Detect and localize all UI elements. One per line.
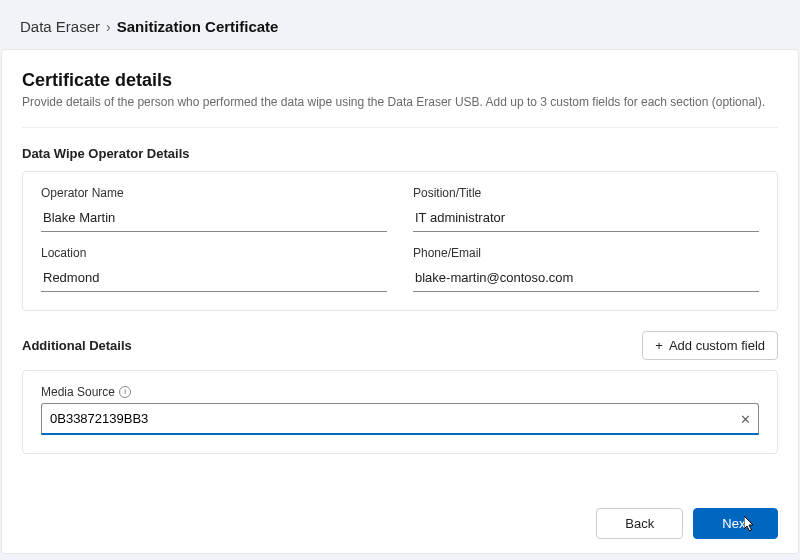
back-button[interactable]: Back: [596, 508, 683, 539]
next-button[interactable]: Next: [693, 508, 778, 539]
chevron-right-icon: ›: [106, 19, 111, 35]
operator-group-label: Data Wipe Operator Details: [22, 146, 778, 161]
media-source-label-row: Media Source i: [41, 385, 759, 399]
additional-panel: Media Source i ✕: [22, 370, 778, 454]
operator-panel: Operator Name Position/Title Location Ph…: [22, 171, 778, 311]
breadcrumb-root[interactable]: Data Eraser: [20, 18, 100, 35]
position-input[interactable]: [413, 204, 759, 232]
clear-icon[interactable]: ✕: [740, 413, 751, 426]
page-subtitle: Provide details of the person who perfor…: [22, 95, 778, 109]
field-contact: Phone/Email: [413, 246, 759, 292]
divider: [22, 127, 778, 128]
breadcrumb-current: Sanitization Certificate: [117, 18, 279, 35]
location-input[interactable]: [41, 264, 387, 292]
field-location: Location: [41, 246, 387, 292]
media-source-input[interactable]: [41, 403, 759, 435]
main-card: Certificate details Provide details of t…: [1, 49, 799, 554]
contact-label: Phone/Email: [413, 246, 759, 260]
field-operator-name: Operator Name: [41, 186, 387, 232]
location-label: Location: [41, 246, 387, 260]
contact-input[interactable]: [413, 264, 759, 292]
add-custom-field-label: Add custom field: [669, 338, 765, 353]
media-source-field: ✕: [41, 403, 759, 435]
position-label: Position/Title: [413, 186, 759, 200]
info-icon[interactable]: i: [119, 386, 131, 398]
additional-group-label: Additional Details: [22, 338, 132, 353]
add-custom-field-button[interactable]: + Add custom field: [642, 331, 778, 360]
media-source-label: Media Source: [41, 385, 115, 399]
field-position: Position/Title: [413, 186, 759, 232]
footer-actions: Back Next: [596, 508, 778, 539]
operator-name-input[interactable]: [41, 204, 387, 232]
plus-icon: +: [655, 339, 663, 352]
operator-name-label: Operator Name: [41, 186, 387, 200]
page-title: Certificate details: [22, 70, 778, 91]
breadcrumb: Data Eraser › Sanitization Certificate: [0, 0, 800, 49]
